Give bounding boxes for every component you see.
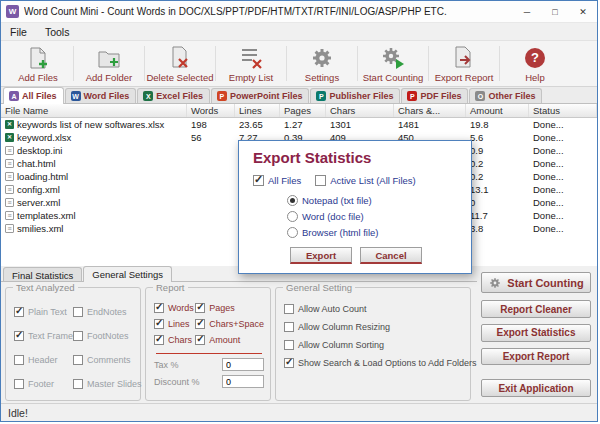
help-icon (525, 45, 545, 71)
comments-checkbox[interactable]: Comments (73, 355, 142, 365)
col-status[interactable]: Status (529, 104, 597, 117)
tab-word-files[interactable]: W Word Files (65, 88, 137, 103)
report-cleaner-button[interactable]: Report Cleaner (481, 300, 591, 318)
checkbox-icon (253, 175, 264, 186)
col-file-name[interactable]: File Name (1, 104, 187, 117)
col-amount[interactable]: Amount (466, 104, 529, 117)
tab-general-settings[interactable]: General Settings (83, 266, 172, 282)
amount-checkbox[interactable]: Amount (195, 335, 264, 345)
checkbox-icon (73, 379, 83, 389)
tax-input[interactable] (222, 358, 264, 371)
master-slides-checkbox[interactable]: Master Slides (73, 379, 142, 389)
table-row[interactable]: keywords list of new softwares.xlsx 198 … (1, 118, 597, 131)
text-frame-checkbox[interactable]: Text Frame (14, 331, 73, 341)
checkbox-icon (73, 307, 83, 317)
footnotes-checkbox[interactable]: FootNotes (73, 331, 142, 341)
col-words[interactable]: Words (187, 104, 235, 117)
status-text: Idle! (8, 407, 28, 419)
allow-column-sorting-checkbox[interactable]: Allow Column Sorting (284, 340, 477, 350)
tab-final-statistics[interactable]: Final Statistics (3, 267, 82, 281)
allow-auto-count-checkbox[interactable]: Allow Auto Count (284, 304, 477, 314)
window-controls: ─ □ ✕ (513, 1, 597, 22)
export-report-button[interactable]: Export Report (481, 348, 591, 366)
tab-publisher-files[interactable]: P Publisher Files (310, 88, 400, 103)
footer-checkbox[interactable]: Footer (14, 379, 73, 389)
pdf-file-icon: P (407, 91, 417, 101)
generic-file-icon (5, 146, 14, 155)
delete-selected-button[interactable]: Delete Selected (145, 42, 215, 85)
export-report-icon (451, 45, 477, 71)
word-radio[interactable]: Word (doc file) (287, 211, 459, 222)
pages-checkbox[interactable]: Pages (195, 303, 264, 313)
checkbox-icon (154, 335, 164, 345)
menu-tools[interactable]: Tools (36, 24, 79, 40)
checkbox-icon (195, 319, 205, 329)
col-chars-space[interactable]: Chars &... (394, 104, 466, 117)
app-icon: W (6, 5, 19, 18)
show-search-load-options-checkbox[interactable]: Show Search & Load Options to Add Folder… (284, 358, 477, 368)
window-title: Word Count Mini - Count Words in DOC/XLS… (24, 6, 447, 17)
powerpoint-file-icon: P (217, 91, 227, 101)
all-files-checkbox[interactable]: All Files (253, 175, 301, 186)
all-files-icon: A (9, 91, 19, 101)
start-counting-icon (380, 45, 406, 71)
empty-list-button[interactable]: Empty List (216, 42, 286, 85)
excel-file-icon (5, 133, 14, 142)
notepad-radio[interactable]: Notepad (txt file) (287, 195, 459, 206)
add-folder-button[interactable]: Add Folder (74, 42, 144, 85)
start-counting-button[interactable]: Start Counting (481, 272, 591, 293)
word-file-icon: W (71, 91, 81, 101)
help-button[interactable]: Help (500, 42, 570, 85)
tab-other-files[interactable]: O Other Files (469, 88, 542, 103)
discount-input[interactable] (222, 375, 264, 388)
checkbox-icon (284, 304, 294, 314)
lines-checkbox[interactable]: Lines (154, 319, 195, 329)
export-button[interactable]: Export (290, 247, 352, 264)
browser-radio[interactable]: Browser (html file) (287, 227, 459, 238)
publisher-file-icon: P (316, 91, 326, 101)
words-checkbox[interactable]: Words (154, 303, 195, 313)
menu-file[interactable]: File (1, 24, 36, 40)
start-counting-toolbar-button[interactable]: Start Counting (358, 42, 428, 85)
chars-space-checkbox[interactable]: Chars+Space (195, 319, 264, 329)
menubar: File Tools (1, 23, 597, 41)
checkbox-icon (14, 355, 24, 365)
cancel-button[interactable]: Cancel (360, 247, 422, 264)
tab-all-files[interactable]: A All Files (3, 87, 64, 104)
minimize-button[interactable]: ─ (513, 1, 541, 22)
maximize-button[interactable]: □ (541, 1, 569, 22)
close-button[interactable]: ✕ (569, 1, 597, 22)
app-window: W Word Count Mini - Count Words in DOC/X… (0, 0, 598, 422)
chars-checkbox[interactable]: Chars (154, 335, 195, 345)
generic-file-icon (5, 211, 14, 220)
exit-application-button[interactable]: Exit Application (481, 379, 591, 397)
export-statistics-button[interactable]: Export Statistics (481, 324, 591, 342)
col-pages[interactable]: Pages (280, 104, 326, 117)
radio-icon (287, 227, 298, 238)
export-report-toolbar-button[interactable]: Export Report (429, 42, 499, 85)
delete-selected-icon (167, 45, 193, 71)
tax-label: Tax % (154, 360, 179, 370)
add-folder-icon (96, 45, 122, 71)
plain-text-checkbox[interactable]: Plain Text (14, 307, 73, 317)
radio-icon (287, 195, 298, 206)
checkbox-icon (14, 379, 24, 389)
checkbox-icon (315, 175, 326, 186)
tab-pdf-files[interactable]: P PDF Files (401, 88, 468, 103)
tab-excel-files[interactable]: X Excel Files (137, 88, 210, 103)
header-checkbox[interactable]: Header (14, 355, 73, 365)
checkbox-icon (284, 322, 294, 332)
endnotes-checkbox[interactable]: EndNotes (73, 307, 142, 317)
allow-column-resizing-checkbox[interactable]: Allow Column Resizing (284, 322, 477, 332)
excel-file-icon: X (143, 91, 153, 101)
add-files-button[interactable]: Add Files (3, 42, 73, 85)
col-chars[interactable]: Chars (326, 104, 394, 117)
report-group: Report Words Lines Chars Pages Chars+Spa… (145, 287, 271, 401)
export-statistics-dialog: Export Statistics All Files Active List … (238, 140, 472, 274)
dialog-title: Export Statistics (253, 149, 459, 166)
settings-button[interactable]: Settings (287, 42, 357, 85)
table-header: File Name Words Lines Pages Chars Chars … (1, 104, 597, 118)
active-list-checkbox[interactable]: Active List (All Files) (315, 175, 416, 186)
col-lines[interactable]: Lines (235, 104, 280, 117)
tab-powerpoint-files[interactable]: P PowerPoint Files (211, 88, 310, 103)
